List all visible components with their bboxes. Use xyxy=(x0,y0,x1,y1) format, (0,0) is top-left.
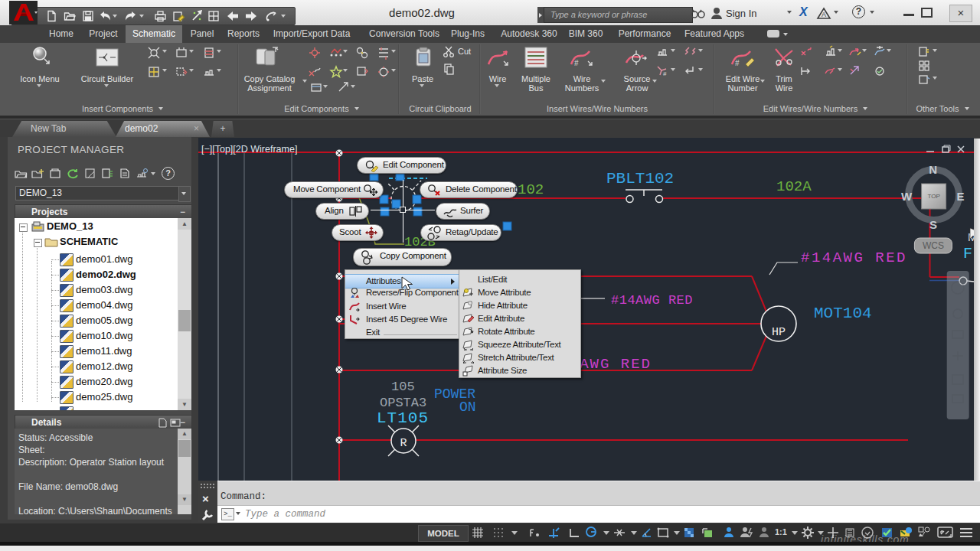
svg-text:MOT104: MOT104 xyxy=(814,305,872,322)
svg-text:W: W xyxy=(901,190,913,203)
svg-text:#: # xyxy=(663,70,667,77)
svg-text:102: 102 xyxy=(518,181,544,198)
svg-text:102A: 102A xyxy=(776,178,812,195)
svg-text:[−][Top][2D Wireframe]: [−][Top][2D Wireframe] xyxy=(201,144,297,155)
svg-text:ON: ON xyxy=(459,399,476,415)
svg-text:WCS: WCS xyxy=(923,240,944,251)
svg-text:#14AWG RED: #14AWG RED xyxy=(611,293,693,308)
svg-text:S: S xyxy=(929,218,937,231)
svg-text:F: F xyxy=(963,245,972,262)
svg-text:E: E xyxy=(957,190,965,203)
svg-text:#: # xyxy=(574,59,579,67)
svg-text:R: R xyxy=(400,437,407,450)
svg-text:N: N xyxy=(929,163,937,176)
svg-text:#14AWG RED: #14AWG RED xyxy=(801,249,907,266)
svg-text:#: # xyxy=(735,59,740,67)
svg-text:105: 105 xyxy=(391,380,415,394)
svg-text:OPSTA3: OPSTA3 xyxy=(380,396,426,410)
svg-text:TOP: TOP xyxy=(927,193,939,200)
svg-text:HP: HP xyxy=(772,326,786,339)
svg-text:LT105: LT105 xyxy=(377,409,429,427)
svg-text:PBLT102: PBLT102 xyxy=(606,170,674,187)
svg-text:A: A xyxy=(822,11,826,18)
